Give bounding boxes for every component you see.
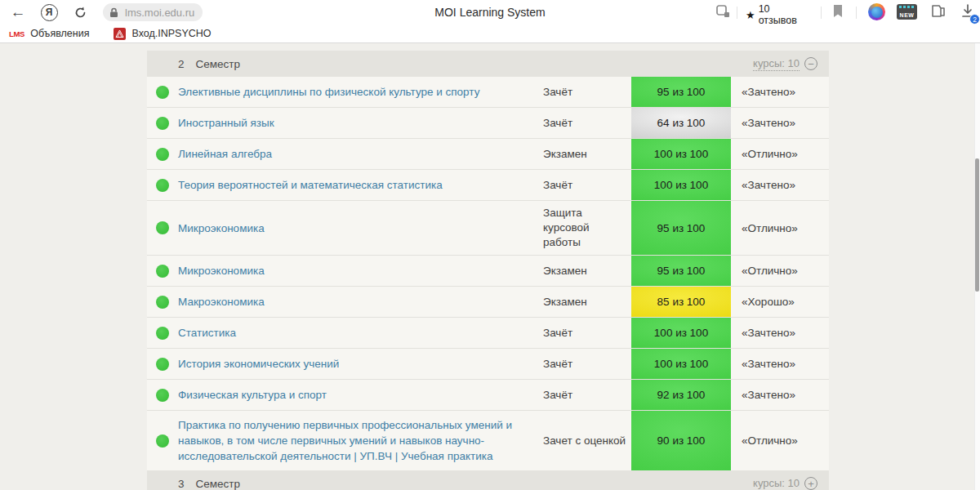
table-row: Практика по получению первичных професси… — [147, 411, 829, 470]
course-link[interactable]: Практика по получению первичных професси… — [178, 411, 543, 470]
toolbar-divider — [856, 7, 857, 19]
star-icon: ★ — [746, 9, 755, 21]
table-row: История экономических учений Зачёт 100 и… — [147, 349, 829, 380]
new-extension-icon[interactable]: NEW — [897, 4, 917, 20]
course-link[interactable]: Линейная алгебра — [178, 140, 543, 168]
grade-text: «Зачтено» — [731, 117, 829, 129]
score-badge: 64 из 100 — [631, 108, 731, 138]
status-dot-icon — [156, 434, 169, 448]
assessment-type: Экзамен — [543, 259, 631, 283]
course-link[interactable]: Микроэкономика — [178, 256, 543, 285]
score-badge: 92 из 100 — [631, 380, 731, 410]
score-badge: 95 из 100 — [631, 77, 731, 107]
status-dot-icon — [156, 86, 169, 99]
grade-text: «Хорошо» — [731, 296, 829, 308]
assessment-type: Зачёт — [543, 383, 631, 408]
collections-icon[interactable] — [929, 3, 947, 23]
table-row: Элективные дисциплины по физической куль… — [147, 77, 829, 108]
semester-header-label: Семестр — [196, 58, 241, 70]
scrollbar-track[interactable] — [974, 43, 980, 490]
status-dot-icon — [156, 148, 169, 161]
download-icon[interactable]: 2 — [960, 3, 975, 22]
course-link[interactable]: Статистика — [178, 318, 543, 347]
status-dot-icon — [156, 358, 169, 371]
site-info-icon[interactable] — [715, 3, 732, 23]
bookmarks-bar: LMS Объявления Вход.INPSYCHO — [0, 24, 980, 43]
course-link[interactable]: Микроэкономика — [178, 214, 543, 243]
status-dot-icon — [156, 221, 169, 234]
status-dot-icon — [156, 117, 169, 130]
browser-toolbar: ← Я lms.moi.edu.ru MOI Learning System ★… — [0, 0, 980, 24]
course-link[interactable]: Макроэкономика — [178, 287, 543, 316]
status-dot-icon — [156, 296, 169, 309]
bookmark-flag-icon[interactable] — [832, 4, 844, 19]
table-row: Микроэкономика Экзамен 95 из 100 «Отличн… — [147, 256, 829, 287]
grade-text: «Отлично» — [731, 148, 829, 160]
assessment-type: Зачёт — [543, 352, 631, 376]
score-badge: 95 из 100 — [631, 256, 731, 286]
score-badge: 100 из 100 — [631, 349, 731, 379]
toolbar-divider — [737, 7, 737, 19]
grades-table: 2 Семестр курсы: 10 − Элективные дисципл… — [147, 51, 829, 490]
download-count-badge: 2 — [969, 14, 980, 24]
score-badge: 100 из 100 — [631, 139, 731, 169]
grade-text: «Отлично» — [731, 434, 829, 447]
bookmark-inpsycho[interactable]: Вход.INPSYCHO — [114, 28, 211, 40]
table-row: Макроэкономика Экзамен 85 из 100 «Хорошо… — [147, 287, 829, 318]
grade-text: «Зачтено» — [731, 358, 829, 370]
assessment-type: Зачёт — [543, 173, 631, 198]
grade-text: «Зачтено» — [731, 179, 829, 191]
collapse-icon[interactable]: − — [804, 57, 817, 70]
table-row: Микроэкономика Защита курсовой работы 95… — [147, 201, 829, 256]
course-link[interactable]: Иностранный язык — [178, 109, 543, 137]
grade-text: «Зачтено» — [731, 86, 829, 98]
score-badge: 95 из 100 — [631, 201, 731, 255]
status-dot-icon — [156, 327, 169, 340]
score-badge: 85 из 100 — [631, 287, 731, 317]
inpsycho-favicon — [114, 28, 126, 40]
course-link[interactable]: Теория вероятностей и математическая ста… — [178, 171, 543, 199]
bookmark-announcements[interactable]: LMS Объявления — [9, 28, 89, 39]
score-badge: 100 из 100 — [631, 318, 731, 348]
extension-circle-icon[interactable] — [868, 3, 885, 20]
assessment-type: Зачет с оценкой — [543, 429, 631, 453]
table-row: Линейная алгебра Экзамен 100 из 100 «Отл… — [147, 139, 829, 170]
grade-text: «Зачтено» — [731, 389, 829, 401]
expand-icon[interactable]: + — [804, 477, 817, 490]
semester-3-header: 3 Семестр курсы: 10 + — [147, 470, 829, 490]
course-link[interactable]: История экономических учений — [178, 350, 543, 378]
status-dot-icon — [156, 265, 169, 278]
assessment-type: Защита курсовой работы — [543, 201, 631, 255]
table-row: Статистика Зачёт 100 из 100 «Зачтено» — [147, 318, 829, 349]
semester-footer-label: Семестр — [196, 478, 241, 490]
lms-page: 2 Семестр курсы: 10 − Элективные дисципл… — [0, 43, 980, 490]
assessment-type: Экзамен — [543, 290, 631, 314]
lms-favicon: LMS — [9, 29, 24, 38]
table-row: Иностранный язык Зачёт 64 из 100 «Зачтен… — [147, 108, 829, 139]
score-badge: 90 из 100 — [631, 411, 731, 470]
assessment-type: Зачёт — [543, 111, 631, 136]
assessment-type: Экзамен — [543, 142, 631, 167]
table-row: Физическая культура и спорт Зачёт 92 из … — [147, 380, 829, 411]
status-dot-icon — [156, 389, 169, 402]
status-dot-icon — [156, 179, 169, 192]
score-badge: 100 из 100 — [631, 170, 731, 200]
toolbar-divider — [821, 7, 822, 19]
grade-text: «Отлично» — [731, 222, 829, 234]
courses-count-link[interactable]: курсы: 10 — [753, 57, 800, 71]
assessment-type: Зачёт — [543, 321, 631, 345]
assessment-type: Зачёт — [543, 80, 631, 105]
semester-2-header: 2 Семестр курсы: 10 − — [147, 51, 829, 77]
grade-text: «Зачтено» — [731, 327, 829, 339]
reviews-label: 10 отзывов — [759, 3, 811, 26]
courses-count-link[interactable]: курсы: 10 — [753, 477, 800, 490]
course-link[interactable]: Физическая культура и спорт — [178, 381, 543, 409]
course-link[interactable]: Элективные дисциплины по физической куль… — [178, 78, 543, 106]
grade-text: «Отлично» — [731, 265, 829, 277]
table-row: Теория вероятностей и математическая ста… — [147, 170, 829, 201]
scrollbar-thumb[interactable] — [975, 158, 979, 292]
course-rows: Элективные дисциплины по физической куль… — [147, 77, 829, 470]
